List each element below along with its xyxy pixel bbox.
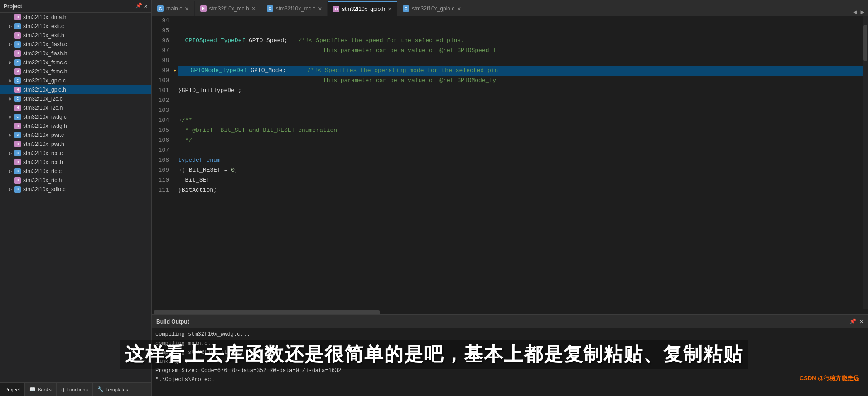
line-number: 111 <box>152 185 169 195</box>
vertical-scrollbar[interactable] <box>863 16 868 309</box>
tree-item-stm32f10x_i2c.c[interactable]: ▷Cstm32f10x_i2c.c <box>0 94 151 103</box>
expand-arrow[interactable]: ▷ <box>9 132 14 138</box>
line-number: 103 <box>152 106 169 116</box>
tab-bar: Cmain.c×Hstm32f10x_rcc.h×Cstm32f10x_rcc.… <box>152 0 868 16</box>
tree-item-stm32f10x_rtc.c[interactable]: ▷Cstm32f10x_rtc.c <box>0 167 151 176</box>
tree-item-stm32f10x_fsmc.h[interactable]: Hstm32f10x_fsmc.h <box>0 67 151 76</box>
collapse-icon[interactable]: □ <box>178 116 181 126</box>
code-line: This parameter can be a value of @ref GP… <box>178 46 868 56</box>
line-number: 94 <box>152 16 169 26</box>
tree-item-label: stm32f10x_fsmc.h <box>23 68 67 75</box>
c-file-icon: C <box>14 114 21 120</box>
expand-arrow[interactable]: ▷ <box>9 78 14 83</box>
tab-close-btn[interactable]: × <box>252 5 256 12</box>
editor-tab-stm32f10x_gpio_h[interactable]: Hstm32f10x_gpio.h× <box>328 1 397 16</box>
code-line: Bit_SET <box>178 175 868 185</box>
expand-arrow[interactable]: ▷ <box>9 187 14 192</box>
tree-item-stm32f10x_rcc.c[interactable]: ▷Cstm32f10x_rcc.c <box>0 149 151 158</box>
line-content: }BitAction; <box>178 185 217 195</box>
tab-h-icon: H <box>200 5 207 12</box>
tree-item-label: stm32f10x_iwdg.h <box>23 123 67 129</box>
editor-tab-main_c[interactable]: Cmain.c× <box>152 1 195 16</box>
tree-item-stm32f10x_pwr.h[interactable]: Hstm32f10x_pwr.h <box>0 140 151 149</box>
books-icon: 📖 <box>29 386 36 392</box>
line-number: 106 <box>152 135 169 145</box>
sidebar-tree[interactable]: Hstm32f10x_dma.h▷Cstm32f10x_exti.cHstm32… <box>0 13 151 382</box>
c-file-icon: C <box>14 41 21 48</box>
app-container: Project 📌 ✕ Hstm32f10x_dma.h▷Cstm32f10x_… <box>0 0 868 396</box>
build-output: Build Output 📌 ✕ compiling stm32f10x_wwd… <box>152 314 868 396</box>
editor-content: 9495969798991001011021031041051061071081… <box>152 16 868 309</box>
build-line: compiling main.c... <box>155 339 864 348</box>
tree-item-stm32f10x_exti.h[interactable]: Hstm32f10x_exti.h <box>0 31 151 40</box>
c-file-icon: C <box>14 96 21 102</box>
tab-close-btn[interactable]: × <box>388 6 391 12</box>
expand-arrow[interactable]: ▷ <box>9 60 14 65</box>
templates-icon: 🔧 <box>97 386 104 392</box>
expand-arrow[interactable]: ▷ <box>9 169 14 174</box>
expand-arrow[interactable]: ▷ <box>9 42 14 47</box>
tree-item-stm32f10x_rtc.h[interactable]: Hstm32f10x_rtc.h <box>0 176 151 185</box>
expand-arrow[interactable]: ▷ <box>9 114 14 120</box>
tree-item-stm32f10x_fsmc.c[interactable]: ▷Cstm32f10x_fsmc.c <box>0 58 151 67</box>
tab-right-btn[interactable]: ▶ <box>861 8 864 16</box>
build-line: compiling stm32f10x_wwdg.c... <box>155 330 864 339</box>
tab-h-icon: H <box>333 6 339 12</box>
tree-item-stm32f10x_rcc.h[interactable]: Hstm32f10x_rcc.h <box>0 158 151 167</box>
c-file-icon: C <box>14 168 21 174</box>
expand-arrow[interactable]: ▷ <box>9 96 14 101</box>
line-number: 99 <box>152 66 169 76</box>
line-content: Bit_SET <box>178 175 210 185</box>
tree-item-stm32f10x_gpio.h[interactable]: Hstm32f10x_gpio.h <box>0 85 151 94</box>
sidebar-controls: 📌 ✕ <box>135 2 148 10</box>
tab-c-icon: C <box>267 5 273 12</box>
build-pin-icon[interactable]: 📌 <box>849 318 856 325</box>
line-content: GPIOSpeed_TypeDef GPIO_Speed; /*!< Speci… <box>178 36 464 46</box>
pin-icon[interactable]: 📌 <box>135 2 142 10</box>
sidebar-tab-books[interactable]: 📖 Books <box>25 383 57 396</box>
tree-item-label: stm32f10x_pwr.h <box>23 141 64 147</box>
editor-tab-stm32f10x_gpio_c[interactable]: Cstm32f10x_gpio.c× <box>397 1 467 16</box>
sidebar: Project 📌 ✕ Hstm32f10x_dma.h▷Cstm32f10x_… <box>0 0 152 396</box>
tree-item-label: stm32f10x_gpio.c <box>23 77 66 84</box>
tree-item-stm32f10x_flash.c[interactable]: ▷Cstm32f10x_flash.c <box>0 40 151 49</box>
tree-item-stm32f10x_i2c.h[interactable]: Hstm32f10x_i2c.h <box>0 103 151 112</box>
code-line: GPIOSpeed_TypeDef GPIO_Speed; /*!< Speci… <box>178 36 868 46</box>
tree-item-label: stm32f10x_exti.h <box>23 32 64 39</box>
tree-item-stm32f10x_exti.c[interactable]: ▷Cstm32f10x_exti.c <box>0 22 151 31</box>
build-close-icon[interactable]: ✕ <box>860 318 863 325</box>
collapse-icon[interactable]: □ <box>178 165 181 175</box>
tree-item-stm32f10x_flash.h[interactable]: Hstm32f10x_flash.h <box>0 49 151 58</box>
h-scroll-thumb[interactable] <box>154 310 380 314</box>
tab-left-btn[interactable]: ◀ <box>853 8 857 16</box>
editor-tab-stm32f10x_rcc_c[interactable]: Cstm32f10x_rcc.c× <box>261 1 328 16</box>
editor-tab-stm32f10x_rcc_h[interactable]: Hstm32f10x_rcc.h× <box>195 1 261 16</box>
tree-item-stm32f10x_pwr.c[interactable]: ▷Cstm32f10x_pwr.c <box>0 130 151 140</box>
build-output-title: Build Output <box>156 319 189 325</box>
code-lines[interactable]: GPIOSpeed_TypeDef GPIO_Speed; /*!< Speci… <box>174 16 868 309</box>
sidebar-close-icon[interactable]: ✕ <box>144 2 148 10</box>
arrow-indicator: ▶ <box>174 66 176 76</box>
code-line: */ <box>178 135 868 145</box>
header-file-icon: H <box>14 105 21 111</box>
expand-arrow[interactable]: ▷ <box>9 24 14 29</box>
tree-item-stm32f10x_dma.h[interactable]: Hstm32f10x_dma.h <box>0 13 151 22</box>
tree-item-stm32f10x_sdio.c[interactable]: ▷Cstm32f10x_sdio.c <box>0 185 151 194</box>
tree-item-label: stm32f10x_rcc.h <box>23 159 63 165</box>
tree-item-stm32f10x_iwdg.h[interactable]: Hstm32f10x_iwdg.h <box>0 121 151 130</box>
code-line <box>178 106 868 116</box>
tree-item-stm32f10x_iwdg.c[interactable]: ▷Cstm32f10x_iwdg.c <box>0 112 151 121</box>
tab-close-btn[interactable]: × <box>185 5 188 12</box>
sidebar-tab-templates[interactable]: 🔧 Templates <box>93 383 133 396</box>
tab-close-btn[interactable]: × <box>318 5 322 12</box>
scrollbar-thumb[interactable] <box>863 25 867 61</box>
editor-scroll[interactable]: 9495969798991001011021031041051061071081… <box>152 16 868 309</box>
c-file-icon: C <box>14 59 21 66</box>
c-file-icon: C <box>14 77 21 84</box>
tab-close-btn[interactable]: × <box>457 5 461 12</box>
sidebar-tab-project[interactable]: Project <box>0 383 25 396</box>
sidebar-tab-functions[interactable]: {} Functions <box>57 383 93 396</box>
horizontal-scrollbar[interactable] <box>152 309 868 314</box>
expand-arrow[interactable]: ▷ <box>9 150 14 156</box>
tree-item-stm32f10x_gpio.c[interactable]: ▷Cstm32f10x_gpio.c <box>0 76 151 85</box>
